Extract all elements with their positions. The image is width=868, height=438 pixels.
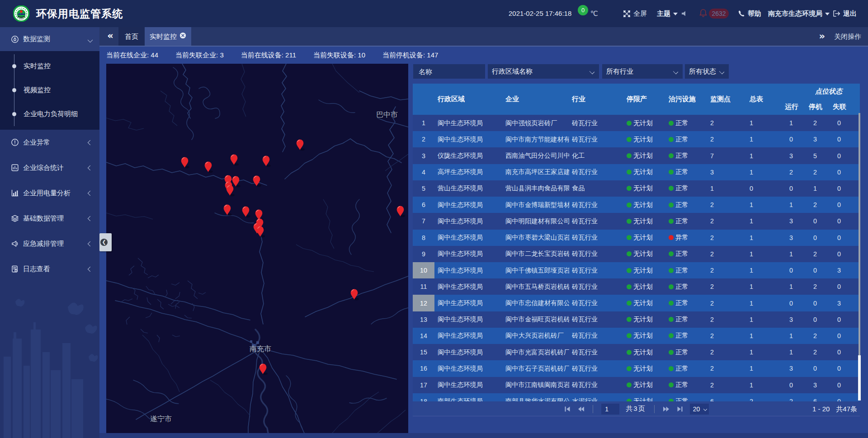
- map-pin-4[interactable]: [229, 153, 239, 167]
- table-row[interactable]: 11阆中生态环境局阆中市五马桥页岩机砖砖瓦行业无计划正常21120: [413, 278, 860, 295]
- page-size-select[interactable]: 20: [690, 404, 709, 414]
- sidebar-subitem-3[interactable]: 企业电力负荷明细: [0, 102, 99, 126]
- range-label: 1 - 20: [812, 405, 830, 413]
- status-filter-select[interactable]: 所有状态: [685, 64, 729, 79]
- page-number-input[interactable]: [601, 404, 619, 414]
- table-row[interactable]: 9阆中生态环境局阆中市二龙长宝页岩砖砖瓦行业无计划正常21120: [413, 246, 860, 262]
- sidebar-subitem-1[interactable]: 实时监控: [0, 54, 99, 78]
- sidebar-item-7[interactable]: 日志查看: [0, 256, 99, 282]
- sidebar-item-5[interactable]: 基础数据管理: [0, 206, 99, 231]
- notification-count-badge[interactable]: 2632: [709, 9, 729, 19]
- cell-treatment-status: 正常: [667, 360, 708, 377]
- col-header-meter[interactable]: 总表: [747, 84, 785, 115]
- map-pin-11[interactable]: [222, 203, 232, 217]
- map-pin-19[interactable]: [258, 363, 268, 376]
- close-operations-button[interactable]: 关闭操作: [834, 27, 861, 46]
- col-header-company[interactable]: 企业: [502, 84, 569, 115]
- cell-halt: 2: [809, 344, 833, 360]
- region-filter-select[interactable]: 行政区域名称: [488, 64, 599, 79]
- table-row[interactable]: 2阆中生态环境局阆中市南方节能建材有砖瓦行业无计划正常21030: [413, 131, 860, 147]
- table-row[interactable]: 15阆中生态环境局阆中市光富页岩机砖厂砖瓦行业无计划正常21120: [413, 344, 860, 360]
- col-header-industry[interactable]: 行业: [569, 84, 624, 115]
- map-pin-18[interactable]: [349, 288, 359, 301]
- logout-label: 退出: [843, 0, 857, 27]
- cell-stop-status: 无计划: [624, 262, 667, 278]
- map-pin-10[interactable]: [225, 184, 235, 198]
- table-row[interactable]: 16阆中生态环境局阆中市石子页岩机砖厂砖瓦行业无计划正常21300: [413, 360, 860, 377]
- col-header-points[interactable]: 监测点: [708, 84, 747, 115]
- tab-home[interactable]: 首页: [118, 27, 145, 46]
- notifications-button[interactable]: [699, 9, 708, 19]
- map-pin-8[interactable]: [252, 174, 262, 188]
- cell-run: 1: [785, 246, 809, 262]
- table-row[interactable]: 7阆中生态环境局阆中明阳建材有限公司砖瓦行业无计划正常21300: [413, 213, 860, 229]
- sidebar-item-4[interactable]: 企业用电量分析: [0, 180, 99, 206]
- status-dot-icon: [627, 170, 632, 174]
- map-pin-12[interactable]: [241, 205, 251, 219]
- map-pin-3[interactable]: [203, 160, 213, 174]
- tabs-scroll-left-button[interactable]: «: [103, 27, 118, 46]
- map-pin-17[interactable]: [396, 205, 406, 218]
- col-header-stop[interactable]: 停限产: [624, 84, 667, 115]
- col-header-lost[interactable]: 失联: [833, 99, 860, 115]
- fullscreen-button[interactable]: 全屏: [623, 0, 647, 27]
- help-button[interactable]: 帮助: [738, 0, 761, 27]
- col-header-run[interactable]: 运行: [785, 99, 809, 115]
- tab-realtime-monitor[interactable]: 实时监控: [145, 27, 191, 46]
- sidebar-item-1[interactable]: 数据监测: [0, 27, 99, 51]
- col-header-treatment[interactable]: 治污设施: [667, 84, 708, 115]
- table-row[interactable]: 12阆中生态环境局阆中市忠信建材有限公砖瓦行业无计划正常21003: [413, 295, 860, 311]
- tabs-scroll-right-button[interactable]: »: [819, 27, 825, 46]
- cell-points: 7: [708, 147, 747, 164]
- sidebar-collapse-handle[interactable]: ❮: [99, 233, 112, 251]
- sidebar-item-6[interactable]: 应急减排管理: [0, 231, 99, 256]
- table-row[interactable]: 18南部生态环境局南部县致华水泥有限公水泥行业无计划正常62260: [413, 393, 860, 401]
- treatment-status-label: 正常: [675, 135, 689, 144]
- status-dot-icon: [627, 153, 632, 158]
- cell-points: 2: [708, 344, 747, 360]
- previous-page-button[interactable]: [577, 405, 585, 413]
- next-page-button[interactable]: [663, 405, 670, 413]
- map-pin-5[interactable]: [261, 155, 271, 168]
- industry-filter-select[interactable]: 所有行业: [602, 64, 683, 79]
- cell-meter: 1: [747, 197, 785, 213]
- sidebar-item-2[interactable]: 企业异常: [0, 130, 99, 155]
- sidebar-item-3[interactable]: 企业综合统计: [0, 155, 99, 180]
- sidebar-subitem-2[interactable]: 视频监控: [0, 78, 99, 102]
- chevron-down-icon: [88, 38, 93, 42]
- theme-dropdown[interactable]: 主题: [657, 0, 678, 27]
- cell-company: 阆中市忠信建材有限公: [502, 295, 569, 311]
- treatment-status-label: 正常: [675, 119, 689, 127]
- map-pin-16[interactable]: [255, 225, 265, 239]
- table-row[interactable]: 6阆中生态环境局阆中市金博瑞新型墙材砖瓦行业无计划正常21120: [413, 197, 860, 213]
- cell-company: 西南油气田分公司川中: [502, 147, 569, 164]
- treatment-status-label: 正常: [675, 168, 689, 176]
- tab-close-icon[interactable]: [179, 27, 186, 46]
- col-header-halt[interactable]: 停机: [809, 99, 833, 115]
- table-row[interactable]: 17阆中生态环境局阆中市江南镇阆南页岩砖瓦行业无计划正常21030: [413, 377, 860, 393]
- mute-button[interactable]: [681, 9, 689, 18]
- cell-meter: 1: [747, 328, 785, 344]
- table-row[interactable]: 10阆中生态环境局阆中千佛镇五郎垭页岩砖瓦行业无计划正常21003: [413, 262, 860, 278]
- table-row[interactable]: 8阆中生态环境局阆中市枣碧大梁山页岩砖瓦行业无计划异常21300: [413, 230, 860, 246]
- last-page-button[interactable]: [676, 405, 684, 413]
- map-pin-2[interactable]: [180, 156, 190, 170]
- table-row[interactable]: 1阆中生态环境局阆中强锐页岩砖厂砖瓦行业无计划正常21120: [413, 115, 860, 131]
- logout-button[interactable]: 退出: [833, 0, 857, 27]
- stat-label: 当前失联企业:: [175, 51, 220, 59]
- cell-seq: 7: [413, 213, 434, 229]
- table-row[interactable]: 3仪陇生态环境局西南油气田分公司川中化工无计划正常71350: [413, 147, 860, 164]
- sidebar-item-label: 企业综合统计: [23, 164, 64, 172]
- table-scrollbar-thumb[interactable]: [858, 355, 861, 400]
- org-dropdown[interactable]: 南充市生态环境局: [768, 0, 830, 27]
- temperature-unit: ℃: [590, 0, 598, 27]
- table-row[interactable]: 13阆中生态环境局阆中市金福旺页岩机砖砖瓦行业无计划正常21300: [413, 311, 860, 328]
- map-panel[interactable]: 巴中市南充市遂宁市: [106, 64, 408, 433]
- name-filter-input[interactable]: [413, 64, 485, 79]
- map-pin-1[interactable]: [295, 138, 305, 152]
- first-page-button[interactable]: [564, 405, 571, 413]
- table-row[interactable]: 4高坪生态环境局南充市高坪区王家店建砖瓦行业无计划正常31220: [413, 164, 860, 180]
- col-header-district[interactable]: 行政区域: [434, 84, 502, 115]
- table-row[interactable]: 5营山生态环境局营山县润丰肉食品有限食品无计划正常10010: [413, 180, 860, 197]
- table-row[interactable]: 14阆中生态环境局阆中大兴页岩机砖厂砖瓦行业无计划正常21120: [413, 328, 860, 344]
